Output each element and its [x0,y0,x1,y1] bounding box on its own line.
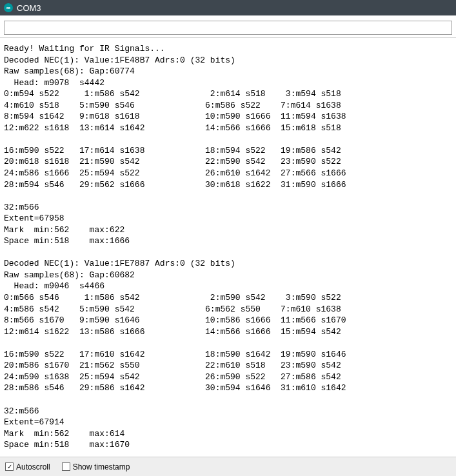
autoscroll-option[interactable]: Autoscroll [5,462,50,471]
autoscroll-label: Autoscroll [16,462,50,471]
serial-input[interactable] [4,21,452,35]
footer-bar: Autoscroll Show timestamp [0,457,456,476]
autoscroll-checkbox[interactable] [5,462,14,471]
serial-output: Ready! Waiting for IR Signals... Decoded… [0,38,456,461]
input-row [0,15,456,38]
showtimestamp-checkbox[interactable] [62,462,70,471]
window-title: COM3 [17,3,41,13]
showtimestamp-label: Show timestamp [73,462,130,471]
serial-monitor-window: { "titlebar": { "title": "COM3" }, "inpu… [0,0,456,476]
titlebar: COM3 [0,0,456,15]
arduino-icon [4,3,13,12]
showtimestamp-option[interactable]: Show timestamp [62,462,130,471]
